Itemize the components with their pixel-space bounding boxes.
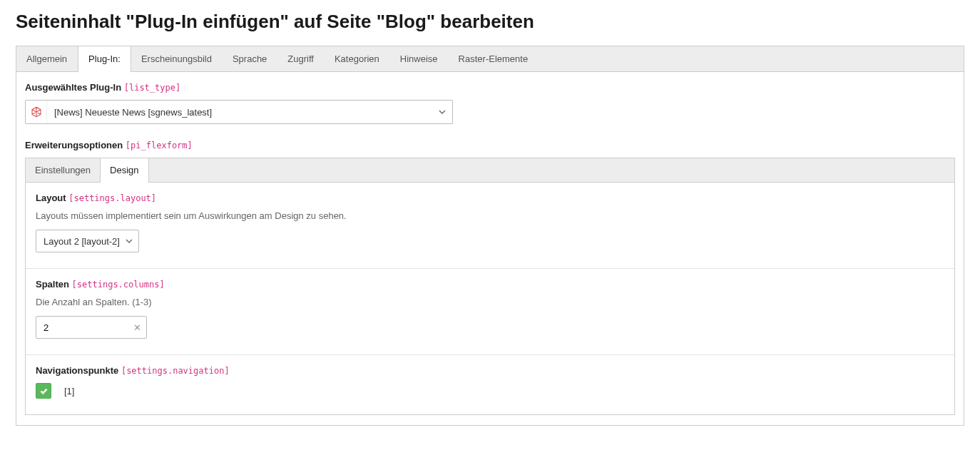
columns-field: Spalten [settings.columns] Die Anzahl an…: [26, 269, 954, 355]
plugin-select-label-text: Ausgewähltes Plug-In: [25, 82, 121, 93]
plugin-select-label: Ausgewähltes Plug-In [list_type]: [25, 82, 955, 93]
tab-allgemein[interactable]: Allgemein: [16, 46, 78, 71]
chevron-down-icon: [126, 236, 133, 247]
tab-zugriff[interactable]: Zugriff: [277, 46, 325, 71]
tab-erscheinungsbild[interactable]: Erscheinungsbild: [131, 46, 223, 71]
ext-subpanel: Layout [settings.layout] Layouts müssen …: [25, 182, 955, 415]
chevron-down-icon: [432, 101, 452, 123]
tab-kategorien[interactable]: Kategorien: [325, 46, 390, 71]
plugin-icon: [26, 101, 47, 123]
tab-raster-elemente[interactable]: Raster-Elemente: [449, 46, 539, 71]
main-tabbar: Allgemein Plug-In: Erscheinungsbild Spra…: [16, 46, 964, 71]
navigation-value: [1]: [64, 386, 74, 397]
layout-label-text: Layout: [36, 193, 66, 203]
layout-field: Layout [settings.layout] Layouts müssen …: [26, 183, 954, 269]
columns-label: Spalten [settings.columns]: [36, 279, 944, 290]
plugin-select[interactable]: [News] Neueste News [sgnews_latest]: [25, 100, 453, 124]
subtab-design[interactable]: Design: [100, 158, 148, 183]
plugin-select-tech: [list_type]: [124, 83, 180, 93]
layout-label: Layout [settings.layout]: [36, 193, 944, 203]
subtab-einstellungen[interactable]: Einstellungen: [26, 158, 100, 182]
navigation-label-text: Navigationspunkte: [36, 365, 118, 376]
columns-input-wrap: ✕: [36, 316, 147, 339]
page-title: Seiteninhalt "Plug-In einfügen" auf Seit…: [16, 11, 964, 33]
columns-label-text: Spalten: [36, 279, 69, 290]
layout-help: Layouts müssen implementiert sein um Aus…: [36, 210, 944, 221]
tab-hinweise[interactable]: Hinweise: [390, 46, 449, 71]
columns-input[interactable]: [36, 316, 147, 339]
tab-sprache[interactable]: Sprache: [223, 46, 277, 71]
ext-subtabbar: Einstellungen Design: [25, 158, 955, 182]
ext-options-tech: [pi_flexform]: [126, 140, 193, 150]
navigation-label: Navigationspunkte [settings.navigation]: [36, 365, 944, 376]
navigation-checkbox[interactable]: [36, 383, 51, 399]
layout-select[interactable]: Layout 2 [layout-2]: [36, 230, 139, 252]
ext-options-label: Erweiterungsoptionen [pi_flexform]: [25, 140, 955, 150]
tab-plugin[interactable]: Plug-In:: [78, 46, 131, 72]
navigation-tech: [settings.navigation]: [121, 366, 230, 376]
ext-options-label-text: Erweiterungsoptionen: [25, 140, 123, 150]
clear-icon[interactable]: ✕: [133, 322, 141, 333]
layout-tech: [settings.layout]: [68, 193, 156, 203]
layout-select-value: Layout 2 [layout-2]: [44, 236, 120, 247]
navigation-field: Navigationspunkte [settings.navigation] …: [26, 355, 954, 414]
plugin-select-value: [News] Neueste News [sgnews_latest]: [47, 101, 432, 123]
plugin-panel: Ausgewähltes Plug-In [list_type] [News] …: [16, 71, 964, 426]
columns-tech: [settings.columns]: [72, 280, 165, 290]
columns-help: Die Anzahl an Spalten. (1-3): [36, 297, 944, 307]
